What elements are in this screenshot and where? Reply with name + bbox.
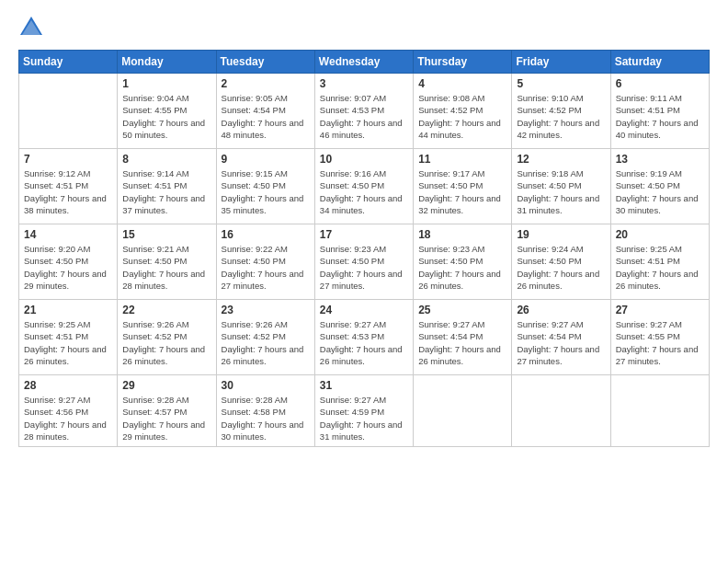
calendar-cell [610,375,709,447]
cell-info: Sunrise: 9:04 AMSunset: 4:55 PMDaylight:… [122,92,210,141]
weekday-header-tuesday: Tuesday [216,51,314,74]
day-number: 17 [320,228,408,241]
cell-info: Sunrise: 9:27 AMSunset: 4:56 PMDaylight:… [24,394,112,442]
calendar-cell: 26Sunrise: 9:27 AMSunset: 4:54 PMDayligh… [512,300,610,375]
cell-info: Sunrise: 9:08 AMSunset: 4:52 PMDaylight:… [418,92,506,141]
cell-info: Sunrise: 9:27 AMSunset: 4:53 PMDaylight:… [320,318,408,367]
calendar-cell: 13Sunrise: 9:19 AMSunset: 4:50 PMDayligh… [610,149,709,224]
day-number: 6 [616,77,704,90]
calendar-cell: 17Sunrise: 9:23 AMSunset: 4:50 PMDayligh… [314,224,413,300]
day-number: 19 [517,228,605,241]
day-number: 1 [122,77,210,90]
cell-info: Sunrise: 9:05 AMSunset: 4:54 PMDaylight:… [222,92,310,141]
logo-icon [18,15,44,40]
day-number: 5 [517,77,605,90]
day-number: 15 [122,228,210,241]
calendar-cell: 22Sunrise: 9:26 AMSunset: 4:52 PMDayligh… [118,300,216,375]
calendar-cell: 24Sunrise: 9:27 AMSunset: 4:53 PMDayligh… [314,300,413,375]
calendar-cell: 28Sunrise: 9:27 AMSunset: 4:56 PMDayligh… [19,375,118,447]
calendar-cell: 3Sunrise: 9:07 AMSunset: 4:53 PMDaylight… [314,74,413,149]
day-number: 27 [616,304,704,316]
cell-info: Sunrise: 9:27 AMSunset: 4:59 PMDaylight:… [320,394,408,442]
day-number: 18 [418,228,506,241]
day-number: 30 [222,379,310,392]
day-number: 22 [122,304,210,316]
calendar-cell: 10Sunrise: 9:16 AMSunset: 4:50 PMDayligh… [314,149,413,224]
cell-info: Sunrise: 9:17 AMSunset: 4:50 PMDaylight:… [418,167,506,216]
day-number: 23 [222,304,310,316]
cell-info: Sunrise: 9:22 AMSunset: 4:50 PMDaylight:… [222,243,310,292]
calendar-table: SundayMondayTuesdayWednesdayThursdayFrid… [18,50,710,447]
day-number: 26 [517,304,605,316]
cell-info: Sunrise: 9:21 AMSunset: 4:50 PMDaylight:… [122,243,210,292]
weekday-header-thursday: Thursday [414,51,512,74]
calendar-cell: 31Sunrise: 9:27 AMSunset: 4:59 PMDayligh… [314,375,413,447]
cell-info: Sunrise: 9:26 AMSunset: 4:52 PMDaylight:… [122,318,210,367]
cell-info: Sunrise: 9:25 AMSunset: 4:51 PMDaylight:… [24,318,112,367]
calendar-week-5: 28Sunrise: 9:27 AMSunset: 4:56 PMDayligh… [19,375,710,447]
calendar-cell [19,74,118,149]
cell-info: Sunrise: 9:23 AMSunset: 4:50 PMDaylight:… [320,243,408,292]
calendar-week-1: 1Sunrise: 9:04 AMSunset: 4:55 PMDaylight… [19,74,710,149]
calendar-cell: 25Sunrise: 9:27 AMSunset: 4:54 PMDayligh… [414,300,512,375]
cell-info: Sunrise: 9:12 AMSunset: 4:51 PMDaylight:… [24,167,112,216]
weekday-header-sunday: Sunday [19,51,118,74]
cell-info: Sunrise: 9:26 AMSunset: 4:52 PMDaylight:… [222,318,310,367]
cell-info: Sunrise: 9:19 AMSunset: 4:50 PMDaylight:… [616,167,704,216]
day-number: 7 [24,153,112,166]
calendar-cell: 18Sunrise: 9:23 AMSunset: 4:50 PMDayligh… [414,224,512,300]
day-number: 4 [418,77,506,90]
calendar-cell: 30Sunrise: 9:28 AMSunset: 4:58 PMDayligh… [216,375,314,447]
cell-info: Sunrise: 9:14 AMSunset: 4:51 PMDaylight:… [122,167,210,216]
day-number: 8 [122,153,210,166]
calendar-cell [512,375,610,447]
calendar-cell: 12Sunrise: 9:18 AMSunset: 4:50 PMDayligh… [512,149,610,224]
calendar-week-2: 7Sunrise: 9:12 AMSunset: 4:51 PMDaylight… [19,149,710,224]
cell-info: Sunrise: 9:15 AMSunset: 4:50 PMDaylight:… [222,167,310,216]
day-number: 31 [320,379,408,392]
day-number: 10 [320,153,408,166]
day-number: 9 [222,153,310,166]
calendar-cell [414,375,512,447]
weekday-header-row: SundayMondayTuesdayWednesdayThursdayFrid… [19,51,710,74]
logo [18,15,48,40]
calendar-cell: 9Sunrise: 9:15 AMSunset: 4:50 PMDaylight… [216,149,314,224]
cell-info: Sunrise: 9:25 AMSunset: 4:51 PMDaylight:… [616,243,704,292]
calendar-week-3: 14Sunrise: 9:20 AMSunset: 4:50 PMDayligh… [19,224,710,300]
calendar-cell: 16Sunrise: 9:22 AMSunset: 4:50 PMDayligh… [216,224,314,300]
day-number: 2 [222,77,310,90]
day-number: 13 [616,153,704,166]
calendar-cell: 2Sunrise: 9:05 AMSunset: 4:54 PMDaylight… [216,74,314,149]
page: SundayMondayTuesdayWednesdayThursdayFrid… [0,0,728,563]
cell-info: Sunrise: 9:27 AMSunset: 4:54 PMDaylight:… [418,318,506,367]
calendar-cell: 14Sunrise: 9:20 AMSunset: 4:50 PMDayligh… [19,224,118,300]
cell-info: Sunrise: 9:20 AMSunset: 4:50 PMDaylight:… [24,243,112,292]
calendar-header: SundayMondayTuesdayWednesdayThursdayFrid… [19,51,710,74]
calendar-cell: 29Sunrise: 9:28 AMSunset: 4:57 PMDayligh… [118,375,216,447]
day-number: 3 [320,77,408,90]
cell-info: Sunrise: 9:23 AMSunset: 4:50 PMDaylight:… [418,243,506,292]
cell-info: Sunrise: 9:27 AMSunset: 4:55 PMDaylight:… [616,318,704,367]
day-number: 20 [616,228,704,241]
calendar-cell: 6Sunrise: 9:11 AMSunset: 4:51 PMDaylight… [610,74,709,149]
calendar-cell: 20Sunrise: 9:25 AMSunset: 4:51 PMDayligh… [610,224,709,300]
day-number: 12 [517,153,605,166]
weekday-header-monday: Monday [118,51,216,74]
day-number: 14 [24,228,112,241]
calendar-cell: 8Sunrise: 9:14 AMSunset: 4:51 PMDaylight… [118,149,216,224]
cell-info: Sunrise: 9:18 AMSunset: 4:50 PMDaylight:… [517,167,605,216]
calendar-cell: 11Sunrise: 9:17 AMSunset: 4:50 PMDayligh… [414,149,512,224]
cell-info: Sunrise: 9:28 AMSunset: 4:57 PMDaylight:… [122,394,210,442]
calendar-cell: 19Sunrise: 9:24 AMSunset: 4:50 PMDayligh… [512,224,610,300]
cell-info: Sunrise: 9:11 AMSunset: 4:51 PMDaylight:… [616,92,704,141]
calendar-cell: 4Sunrise: 9:08 AMSunset: 4:52 PMDaylight… [414,74,512,149]
day-number: 25 [418,304,506,316]
calendar-cell: 1Sunrise: 9:04 AMSunset: 4:55 PMDaylight… [118,74,216,149]
calendar-cell: 7Sunrise: 9:12 AMSunset: 4:51 PMDaylight… [19,149,118,224]
calendar-cell: 15Sunrise: 9:21 AMSunset: 4:50 PMDayligh… [118,224,216,300]
cell-info: Sunrise: 9:28 AMSunset: 4:58 PMDaylight:… [222,394,310,442]
day-number: 29 [122,379,210,392]
cell-info: Sunrise: 9:10 AMSunset: 4:52 PMDaylight:… [517,92,605,141]
day-number: 28 [24,379,112,392]
cell-info: Sunrise: 9:07 AMSunset: 4:53 PMDaylight:… [320,92,408,141]
